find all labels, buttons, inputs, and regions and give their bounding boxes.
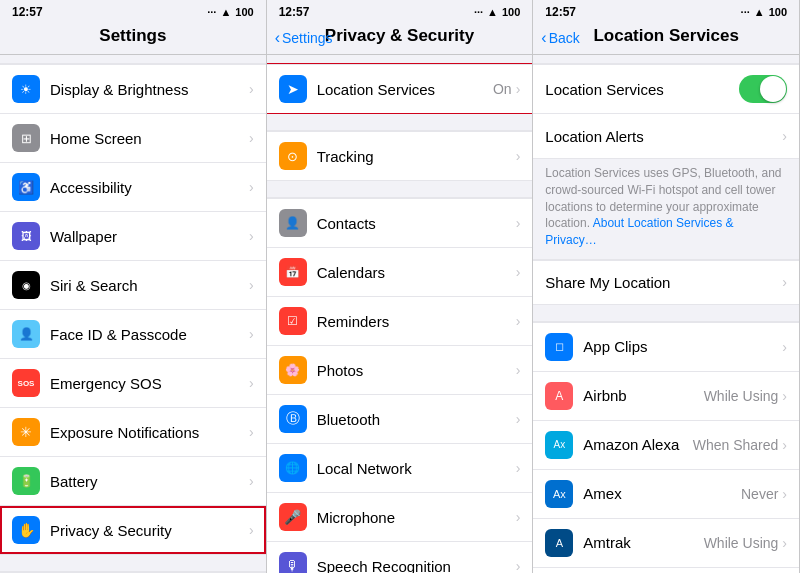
share-location-item[interactable]: Share My Location › xyxy=(533,260,799,304)
accessibility-label: Accessibility xyxy=(50,179,249,196)
apps-section: ◻ App Clips › A Airbnb While Using › Ax … xyxy=(533,321,799,573)
amtrak-icon: A xyxy=(545,529,573,557)
microphone-label: Microphone xyxy=(317,509,516,526)
photos-label: Photos xyxy=(317,362,516,379)
settings-section-1: ☀ Display & Brightness › ⊞ Home Screen ›… xyxy=(0,63,266,555)
exposure-icon: ✳ xyxy=(12,418,40,446)
amex-icon: Ax xyxy=(545,480,573,508)
faceid-icon: 👤 xyxy=(12,320,40,348)
accessibility-icon: ♿ xyxy=(12,173,40,201)
location-services-value: On xyxy=(493,81,512,97)
display-label: Display & Brightness xyxy=(50,81,249,98)
calendars-icon: 📅 xyxy=(279,258,307,286)
settings-item-accessibility[interactable]: ♿ Accessibility › xyxy=(0,163,266,212)
siri-label: Siri & Search xyxy=(50,277,249,294)
privacy-contacts-item[interactable]: 👤 Contacts › xyxy=(267,198,533,248)
settings-item-homescreen[interactable]: ⊞ Home Screen › xyxy=(0,114,266,163)
privacy-header: ‹ Settings Privacy & Security xyxy=(267,22,533,55)
microphone-icon: 🎤 xyxy=(279,503,307,531)
location-title: Location Services xyxy=(545,26,787,46)
location-back-button[interactable]: ‹ Back xyxy=(541,29,579,47)
amazon-label: Amazon Alexa xyxy=(583,436,692,453)
location-services-label: Location Services xyxy=(317,81,493,98)
airbnb-item[interactable]: A Airbnb While Using › xyxy=(533,372,799,421)
signal-dots: ··· xyxy=(207,6,216,18)
share-location-section: Share My Location › xyxy=(533,259,799,305)
localnetwork-icon: 🌐 xyxy=(279,454,307,482)
settings-item-battery[interactable]: 🔋 Battery › xyxy=(0,457,266,506)
amazon-icon: Ax xyxy=(545,431,573,459)
speechrec-icon: 🎙 xyxy=(279,552,307,573)
battery-icon-3: 100 xyxy=(769,6,787,18)
settings-item-emergency[interactable]: SOS Emergency SOS › xyxy=(0,359,266,408)
reminders-label: Reminders xyxy=(317,313,516,330)
settings-item-wallpaper[interactable]: 🖼 Wallpaper › xyxy=(0,212,266,261)
photos-icon: 🌸 xyxy=(279,356,307,384)
signal-dots-3: ··· xyxy=(741,6,750,18)
faceid-label: Face ID & Passcode xyxy=(50,326,249,343)
location-list: Location Services Location Alerts › Loca… xyxy=(533,55,799,573)
speechrec-item[interactable]: 🎙 Speech Recognition › xyxy=(267,542,533,573)
homescreen-icon: ⊞ xyxy=(12,124,40,152)
airbnb-label: Airbnb xyxy=(583,387,703,404)
battery-icon-item: 🔋 xyxy=(12,467,40,495)
location-services-section: ➤ Location Services On › xyxy=(267,63,533,114)
location-alerts-item[interactable]: Location Alerts › xyxy=(533,114,799,158)
wallpaper-label: Wallpaper xyxy=(50,228,249,245)
status-icons-3: ··· ▲ 100 xyxy=(741,6,787,18)
privacy-calendars-item[interactable]: 📅 Calendars › xyxy=(267,248,533,297)
settings-title: Settings xyxy=(12,26,254,46)
localnetwork-item[interactable]: 🌐 Local Network › xyxy=(267,444,533,493)
location-toggle-section: Location Services Location Alerts › xyxy=(533,63,799,159)
reminders-item[interactable]: ☑ Reminders › xyxy=(267,297,533,346)
settings-item-exposure[interactable]: ✳ Exposure Notifications › xyxy=(0,408,266,457)
status-icons-1: ··· ▲ 100 xyxy=(207,6,253,18)
siri-icon: ◉ xyxy=(12,271,40,299)
settings-item-display[interactable]: ☀ Display & Brightness › xyxy=(0,64,266,114)
emergency-icon: SOS xyxy=(12,369,40,397)
settings-list: ☀ Display & Brightness › ⊞ Home Screen ›… xyxy=(0,55,266,573)
battery-icon: 100 xyxy=(235,6,253,18)
appstore-loc-item[interactable]: A App Store Never › xyxy=(533,568,799,573)
toggle-knob xyxy=(760,76,786,102)
location-toggle-item[interactable]: Location Services xyxy=(533,64,799,114)
amtrak-item[interactable]: A Amtrak While Using › xyxy=(533,519,799,568)
wallpaper-icon: 🖼 xyxy=(12,222,40,250)
photos-item[interactable]: 🌸 Photos › xyxy=(267,346,533,395)
status-bar-3: 12:57 ··· ▲ 100 xyxy=(533,0,799,22)
back-label: Settings xyxy=(282,30,333,46)
settings-item-privacy[interactable]: ✋ Privacy & Security › xyxy=(0,506,266,554)
tracking-item[interactable]: ⊙ Tracking › xyxy=(267,131,533,180)
reminders-icon: ☑ xyxy=(279,307,307,335)
exposure-label: Exposure Notifications xyxy=(50,424,249,441)
privacy-contacts-label: Contacts xyxy=(317,215,516,232)
bluetooth-item[interactable]: Ⓑ Bluetooth › xyxy=(267,395,533,444)
homescreen-label: Home Screen xyxy=(50,130,249,147)
location-header: ‹ Back Location Services xyxy=(533,22,799,55)
app-clips-item[interactable]: ◻ App Clips › xyxy=(533,322,799,372)
settings-item-siri[interactable]: ◉ Siri & Search › xyxy=(0,261,266,310)
status-icons-2: ··· ▲ 100 xyxy=(474,6,520,18)
location-services-panel: 12:57 ··· ▲ 100 ‹ Back Location Services… xyxy=(533,0,800,573)
wifi-icon: ▲ xyxy=(220,6,231,18)
privacy-back-button[interactable]: ‹ Settings xyxy=(275,29,333,47)
amex-item[interactable]: Ax Amex Never › xyxy=(533,470,799,519)
location-services-item[interactable]: ➤ Location Services On › xyxy=(267,64,533,113)
microphone-item[interactable]: 🎤 Microphone › xyxy=(267,493,533,542)
back-chevron-3: ‹ xyxy=(541,29,546,47)
privacy-label: Privacy & Security xyxy=(50,522,249,539)
privacy-icon: ✋ xyxy=(12,516,40,544)
amex-label: Amex xyxy=(583,485,741,502)
time-2: 12:57 xyxy=(279,5,310,19)
time-1: 12:57 xyxy=(12,5,43,19)
settings-item-faceid[interactable]: 👤 Face ID & Passcode › xyxy=(0,310,266,359)
tracking-label: Tracking xyxy=(317,148,516,165)
location-toggle[interactable] xyxy=(739,75,787,103)
signal-dots-2: ··· xyxy=(474,6,483,18)
settings-header: Settings xyxy=(0,22,266,55)
status-bar-1: 12:57 ··· ▲ 100 xyxy=(0,0,266,22)
bluetooth-label: Bluetooth xyxy=(317,411,516,428)
tracking-section: ⊙ Tracking › xyxy=(267,130,533,181)
emergency-label: Emergency SOS xyxy=(50,375,249,392)
amazon-item[interactable]: Ax Amazon Alexa When Shared › xyxy=(533,421,799,470)
